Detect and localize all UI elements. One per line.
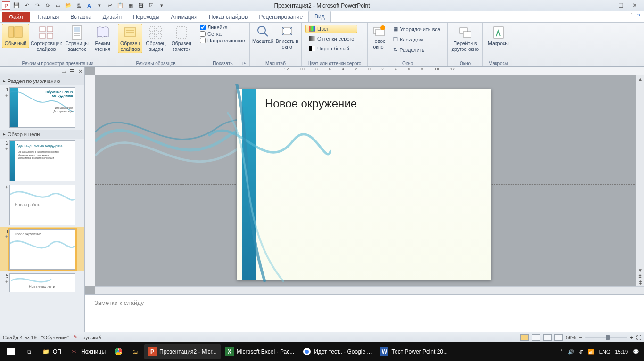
slide-thumbnail-selected[interactable]: Новое окружение: [9, 229, 75, 270]
help-icon[interactable]: ?: [637, 13, 640, 18]
next-slide-icon[interactable]: ⯯: [638, 280, 643, 285]
reading-view-status-button[interactable]: [543, 334, 552, 341]
qat-pic-icon[interactable]: 🖼: [137, 1, 145, 10]
handout-master-button[interactable]: Образец выдач: [143, 24, 168, 53]
taskbar-item[interactable]: Идет тест.. - Google ...: [299, 344, 375, 359]
new-window-button[interactable]: Новое окно: [370, 24, 387, 49]
notes-master-button[interactable]: Образец заметок: [169, 24, 194, 53]
close-button[interactable]: ✕: [632, 2, 637, 9]
slide-title[interactable]: Новое окружение: [265, 97, 357, 110]
cascade-button[interactable]: ❐Каскадом: [390, 35, 444, 44]
switch-window-button[interactable]: Перейти в другое окно: [450, 24, 480, 53]
taskbar-item[interactable]: WТест Power Point 20...: [376, 344, 452, 359]
fit-to-window-status-button[interactable]: ⛶: [636, 335, 641, 340]
tab-insert[interactable]: Вставка: [65, 12, 97, 22]
taskbar-item[interactable]: XMicrosoft Excel - Рас...: [222, 344, 298, 359]
slide-thumbnail[interactable]: Новая работа: [9, 185, 75, 225]
qat-save-icon[interactable]: 💾: [12, 1, 21, 10]
horizontal-scrollbar[interactable]: [95, 286, 644, 294]
prev-slide-icon[interactable]: ⯭: [638, 274, 643, 279]
taskbar-item[interactable]: 🗂: [127, 344, 143, 359]
fit-window-button[interactable]: Вписать в окно: [275, 24, 299, 49]
qat-newdoc-icon[interactable]: ▭: [54, 1, 62, 10]
thumb-row[interactable]: ▮✦ Новое окружение: [0, 227, 84, 272]
taskbar-item[interactable]: 📁ОП: [38, 344, 65, 359]
tab-file[interactable]: Файл: [2, 12, 30, 22]
minimize-button[interactable]: —: [603, 2, 610, 9]
slide-thumbnail[interactable]: Адаптация нового сотрудника • Ознакомлен…: [9, 140, 75, 181]
view-normal-button[interactable]: Обычный: [2, 24, 29, 48]
network-icon[interactable]: ⇵: [579, 349, 583, 355]
guides-checkbox[interactable]: Направляющие: [200, 38, 245, 43]
dialog-launcher-icon[interactable]: ◳: [242, 61, 247, 66]
zoom-out-button[interactable]: −: [579, 335, 582, 340]
outline-tab-icon[interactable]: ▭: [61, 68, 66, 74]
qat-refresh-icon[interactable]: ⟳: [43, 1, 52, 10]
maximize-button[interactable]: ☐: [618, 2, 624, 9]
macros-button[interactable]: Макросы: [485, 24, 512, 48]
qat-chart-icon[interactable]: ☑: [147, 1, 156, 10]
zoom-in-button[interactable]: +: [630, 335, 633, 340]
view-reading-button[interactable]: Режим чтения: [91, 24, 114, 53]
tab-design[interactable]: Дизайн: [97, 12, 127, 22]
thumb-row[interactable]: 5✦ Новые коллеги: [0, 272, 84, 294]
volume-icon[interactable]: 🔊: [568, 349, 574, 355]
taskbar-item-active[interactable]: PПрезентация2 - Micr...: [144, 344, 221, 359]
qat-paste-icon[interactable]: 📋: [116, 1, 124, 10]
thumb-row[interactable]: ✦ Новая работа: [0, 183, 84, 227]
qat-open-icon[interactable]: 📂: [64, 1, 73, 10]
scroll-down-icon[interactable]: ▼: [638, 268, 643, 273]
tab-animation[interactable]: Анимация: [165, 12, 203, 22]
language-status[interactable]: русский: [83, 335, 101, 340]
bw-mode-button[interactable]: Черно-белый: [305, 44, 357, 53]
qat-more-icon[interactable]: ▾: [95, 1, 104, 10]
tray-up-icon[interactable]: ˄: [560, 349, 563, 355]
color-mode-button[interactable]: Цвет: [305, 25, 357, 33]
tab-transitions[interactable]: Переходы: [127, 12, 165, 22]
zoom-button[interactable]: Масштаб: [252, 24, 274, 44]
vertical-scrollbar[interactable]: ▲ ▼ ⯭ ⯯: [636, 75, 644, 286]
collapse-icon[interactable]: ▸: [3, 78, 6, 84]
task-view-button[interactable]: ⧉: [21, 344, 37, 359]
tab-review[interactable]: Рецензирование: [253, 12, 308, 22]
section-header[interactable]: ▸Раздел по умолчанию: [0, 76, 84, 85]
slides-tab-icon[interactable]: ☰: [70, 68, 74, 74]
taskbar-item[interactable]: ✂Ножницы: [66, 344, 109, 359]
tray-lang[interactable]: ENG: [599, 349, 611, 354]
spell-status-icon[interactable]: ✎: [74, 334, 78, 340]
slide-master-button[interactable]: Образец слайдов: [118, 24, 142, 53]
taskbar-item[interactable]: [110, 344, 126, 359]
slideshow-status-button[interactable]: [554, 334, 563, 341]
slide-canvas[interactable]: Новое окружение ▲ ▼ ⯭ ⯯: [95, 75, 644, 286]
collapse-icon[interactable]: ▸: [3, 131, 6, 137]
horizontal-ruler[interactable]: 12 · · · 10 · · · 8 · · · 6 · · · 4 · · …: [95, 67, 644, 75]
section-header[interactable]: ▸Обзор и цели: [0, 130, 84, 139]
tab-slideshow[interactable]: Показ слайдов: [203, 12, 254, 22]
thumb-row[interactable]: 1✦ Обучение новых сотрудников Имя доклад…: [0, 85, 84, 130]
normal-view-status-button[interactable]: [520, 334, 529, 341]
notifications-icon[interactable]: 💬: [633, 349, 639, 355]
ruler-checkbox[interactable]: Линейка: [200, 25, 245, 30]
slide-thumbnail[interactable]: Обучение новых сотрудников Имя докладчик…: [9, 87, 75, 128]
qat-spell-icon[interactable]: A: [85, 1, 93, 10]
split-button[interactable]: ⇅Разделить: [390, 45, 444, 54]
grid-checkbox[interactable]: Сетка: [200, 31, 245, 37]
grayscale-mode-button[interactable]: Оттенки серого: [305, 34, 357, 43]
qat-dd-icon[interactable]: ▾: [157, 1, 166, 10]
qat-cut-icon[interactable]: ✂: [106, 1, 114, 10]
arrange-all-button[interactable]: ▦Упорядочить все: [390, 25, 444, 33]
qat-table-icon[interactable]: ▦: [126, 1, 135, 10]
notes-placeholder[interactable]: Заметки к слайду: [94, 299, 637, 306]
notes-pane[interactable]: Заметки к слайду: [85, 294, 644, 332]
vertical-ruler[interactable]: [85, 75, 95, 286]
tray-time[interactable]: 15:19: [615, 349, 628, 354]
tab-home[interactable]: Главная: [32, 12, 65, 22]
sorter-view-status-button[interactable]: [532, 334, 540, 341]
view-sorter-button[interactable]: Сортировщик слайдов: [30, 24, 62, 53]
wifi-icon[interactable]: 📶: [588, 349, 594, 355]
panel-scroll[interactable]: ▸Раздел по умолчанию 1✦ Обучение новых с…: [0, 76, 84, 332]
tab-view[interactable]: Вид: [308, 11, 331, 22]
start-button[interactable]: [2, 344, 20, 359]
view-notes-button[interactable]: Страницы заметок: [63, 24, 91, 53]
slide[interactable]: Новое окружение: [237, 89, 491, 280]
